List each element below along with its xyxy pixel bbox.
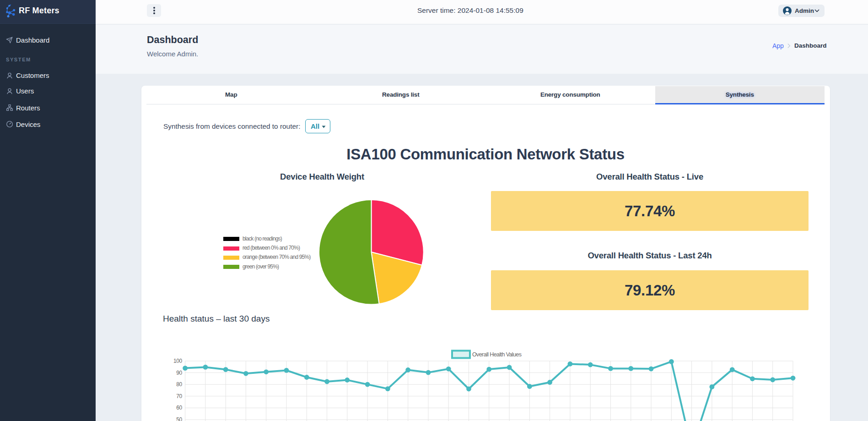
svg-text:Overall Health Values: Overall Health Values — [472, 351, 522, 358]
svg-text:50: 50 — [176, 416, 182, 421]
svg-text:90: 90 — [176, 370, 182, 376]
svg-text:80: 80 — [176, 381, 182, 388]
svg-text:100: 100 — [173, 358, 182, 364]
svg-text:70: 70 — [176, 393, 182, 399]
svg-text:60: 60 — [176, 405, 182, 411]
